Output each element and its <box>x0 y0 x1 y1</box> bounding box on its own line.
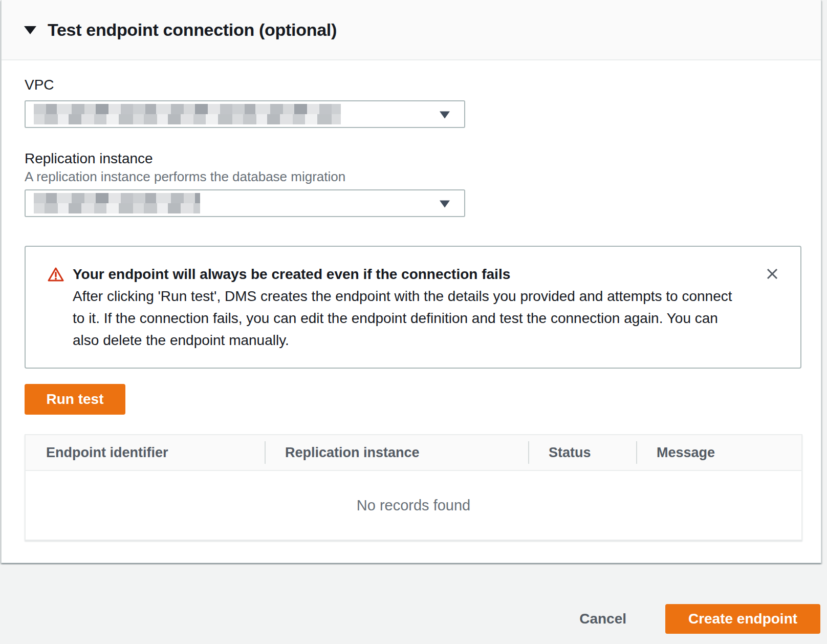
chevron-down-icon <box>440 200 450 207</box>
cancel-button[interactable]: Cancel <box>579 611 626 627</box>
replication-instance-description: A replication instance performs the data… <box>25 168 821 185</box>
replication-instance-selected-value-redacted <box>34 193 200 213</box>
section-header[interactable]: Test endpoint connection (optional) <box>2 0 821 60</box>
chevron-down-icon <box>440 111 450 118</box>
warning-content: Your endpoint will always be created eve… <box>73 263 743 351</box>
vpc-label: VPC <box>25 76 821 94</box>
vpc-field: VPC <box>25 76 821 128</box>
replication-instance-select[interactable] <box>25 189 465 217</box>
warning-alert: Your endpoint will always be created eve… <box>25 246 801 369</box>
table-header-row: Endpoint identifier Replication instance… <box>26 435 801 471</box>
vpc-selected-value-redacted <box>34 104 341 124</box>
test-results-table: Endpoint identifier Replication instance… <box>25 434 802 541</box>
column-header-endpoint-identifier: Endpoint identifier <box>26 435 265 470</box>
warning-body: After clicking 'Run test', DMS creates t… <box>73 285 743 351</box>
collapse-caret-icon <box>24 26 36 34</box>
empty-state-text: No records found <box>357 497 470 514</box>
create-endpoint-page: Test endpoint connection (optional) VPC … <box>0 0 827 644</box>
table-body: No records found <box>26 471 801 540</box>
column-header-replication-instance: Replication instance <box>265 435 528 470</box>
run-test-button[interactable]: Run test <box>25 384 125 415</box>
replication-instance-label: Replication instance <box>25 149 821 168</box>
column-header-message: Message <box>636 435 801 470</box>
vpc-select[interactable] <box>25 100 465 128</box>
warning-triangle-icon <box>48 267 64 284</box>
create-endpoint-button[interactable]: Create endpoint <box>665 604 820 634</box>
column-header-status: Status <box>528 435 636 470</box>
section-title: Test endpoint connection (optional) <box>48 20 337 40</box>
section-body: VPC Replication instance A replication i… <box>2 60 821 541</box>
replication-instance-field: Replication instance A replication insta… <box>25 149 821 217</box>
close-icon[interactable] <box>765 266 780 282</box>
test-endpoint-connection-panel: Test endpoint connection (optional) VPC … <box>1 0 821 563</box>
form-actions: Cancel Create endpoint <box>579 604 820 634</box>
warning-title: Your endpoint will always be created eve… <box>73 263 743 285</box>
